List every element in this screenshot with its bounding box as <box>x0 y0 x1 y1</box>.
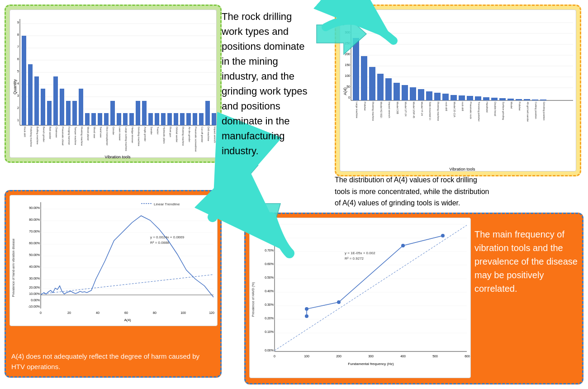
svg-text:40: 40 <box>96 311 100 314</box>
svg-rect-101 <box>369 67 375 100</box>
chart4-area: Prevalence of HAVD (%) 0.90% 0.80% 0.70%… <box>249 218 471 378</box>
svg-rect-21 <box>28 64 33 125</box>
svg-text:Grinder: Grinder <box>112 127 115 135</box>
svg-text:Rice transplanter: Rice transplanter <box>106 127 109 146</box>
svg-rect-31 <box>91 113 96 125</box>
svg-text:100: 100 <box>180 311 186 314</box>
svg-rect-33 <box>104 113 109 125</box>
svg-text:0.40%: 0.40% <box>265 289 274 293</box>
svg-rect-43 <box>167 113 172 125</box>
svg-text:Bench grinder: Bench grinder <box>43 127 45 142</box>
svg-text:Impact wrench: Impact wrench <box>213 127 216 143</box>
svg-rect-49 <box>205 101 210 125</box>
chart3-area: Linear Trendline Prevalence of hand-arm … <box>9 195 218 326</box>
svg-text:Pneumatic chisel: Pneumatic chisel <box>62 127 64 146</box>
svg-rect-44 <box>174 113 178 125</box>
svg-text:Impact wrench: Impact wrench <box>388 102 391 118</box>
svg-rect-50 <box>212 113 216 125</box>
svg-text:50: 50 <box>346 85 350 88</box>
svg-text:Rock drill: Rock drill <box>24 127 26 137</box>
svg-text:Model 10-11A: Model 10-11A <box>453 102 456 118</box>
svg-rect-28 <box>72 101 77 125</box>
svg-rect-118 <box>507 99 514 100</box>
svg-rect-25 <box>53 76 58 125</box>
chart2-svg: A(4) 350 300 250 200 150 100 50 0 <box>340 10 578 173</box>
chart4-x-label: Fundamental frequency (Hz) <box>348 362 394 366</box>
svg-rect-41 <box>155 113 159 125</box>
svg-text:Air die grinder: Air die grinder <box>188 127 191 142</box>
svg-rect-107 <box>418 89 424 100</box>
svg-text:Wood planer: Wood planer <box>87 127 90 141</box>
svg-rect-35 <box>117 113 121 125</box>
svg-rect-111 <box>450 95 457 100</box>
svg-rect-102 <box>377 74 384 100</box>
svg-rect-116 <box>491 98 498 100</box>
text-top-center: The rock drillingwork types andpositions… <box>222 9 335 158</box>
svg-rect-121 <box>532 100 538 100</box>
panel-bottom-left: Linear Trendline Prevalence of hand-arm … <box>5 190 222 378</box>
svg-rect-108 <box>426 91 432 100</box>
svg-rect-38 <box>136 101 140 125</box>
svg-text:0.50%: 0.50% <box>265 276 274 279</box>
svg-text:Model YT-24: Model YT-24 <box>421 102 423 116</box>
svg-rect-23 <box>41 89 45 125</box>
chart4-svg: Prevalence of HAVD (%) 0.90% 0.80% 0.70%… <box>250 218 470 378</box>
chart4-r2: R² = 0.9272 <box>345 256 364 261</box>
svg-rect-104 <box>394 83 400 100</box>
svg-text:0.70%: 0.70% <box>265 249 274 252</box>
svg-text:0.60%: 0.60% <box>265 262 274 266</box>
svg-text:50.00%: 50.00% <box>29 253 40 256</box>
svg-point-212 <box>441 234 445 237</box>
svg-rect-45 <box>180 113 185 125</box>
svg-text:Large cutting machine: Large cutting machine <box>125 127 128 151</box>
panel-top-left: Quantity 9 8 7 6 5 4 3 2 1 <box>5 5 222 163</box>
svg-text:90.00%: 90.00% <box>29 206 40 209</box>
svg-rect-30 <box>85 113 90 125</box>
svg-rect-105 <box>402 85 408 100</box>
svg-text:0.00%: 0.00% <box>31 299 40 302</box>
svg-text:Polisher: Polisher <box>364 102 366 111</box>
svg-text:100: 100 <box>304 355 309 358</box>
svg-text:-10.00%: -10.00% <box>28 305 40 308</box>
svg-text:Buffing machine: Buffing machine <box>36 127 39 144</box>
svg-rect-32 <box>98 113 102 125</box>
svg-rect-110 <box>442 94 449 100</box>
chart3-r2: R² = 0.0888 <box>150 241 170 245</box>
svg-text:10.00%: 10.00% <box>29 292 40 295</box>
svg-rect-29 <box>79 89 83 125</box>
svg-rect-20 <box>22 36 26 125</box>
svg-text:200: 200 <box>345 52 350 56</box>
svg-text:Riveting machine: Riveting machine <box>81 127 83 146</box>
svg-rect-42 <box>161 113 166 125</box>
chart2-y-label: A(4) <box>343 87 347 95</box>
svg-text:500: 500 <box>432 355 438 358</box>
svg-rect-114 <box>475 96 481 100</box>
svg-text:Hydraulic pliers: Hydraulic pliers <box>163 127 166 144</box>
svg-text:600: 600 <box>465 355 470 358</box>
svg-text:Belt sander: Belt sander <box>49 127 52 139</box>
svg-text:80: 80 <box>153 311 156 314</box>
chart3-legend: Linear Trendline <box>154 202 180 206</box>
svg-text:Model C6B: Model C6B <box>396 102 399 114</box>
svg-text:Model 1/T-24: Model 1/T-24 <box>404 102 407 116</box>
svg-text:60: 60 <box>124 311 128 314</box>
svg-text:rock drill: rock drill <box>461 102 464 111</box>
svg-text:Double-head: Double-head <box>494 102 497 116</box>
svg-text:0.20%: 0.20% <box>265 317 274 320</box>
svg-marker-216 <box>227 158 258 193</box>
svg-text:Prevalence of HAVD (%): Prevalence of HAVD (%) <box>251 282 255 317</box>
svg-text:0.90%: 0.90% <box>265 222 274 225</box>
svg-rect-112 <box>459 95 465 100</box>
svg-rect-47 <box>193 113 197 125</box>
svg-rect-113 <box>467 96 473 100</box>
svg-text:Cutting position: Cutting position <box>535 102 537 119</box>
panel-bottom-right: Prevalence of HAVD (%) 0.90% 0.80% 0.70%… <box>244 213 583 384</box>
svg-text:0: 0 <box>274 355 275 358</box>
svg-text:Grinding machine: Grinding machine <box>138 127 140 146</box>
svg-text:0.10%: 0.10% <box>265 330 274 333</box>
svg-rect-26 <box>60 89 64 125</box>
svg-text:1: 1 <box>17 119 19 122</box>
svg-text:60.00%: 60.00% <box>29 242 40 245</box>
svg-text:Polishing machine: Polishing machine <box>30 127 33 147</box>
chart1-svg: Quantity 9 8 7 6 5 4 3 2 1 <box>10 10 218 159</box>
